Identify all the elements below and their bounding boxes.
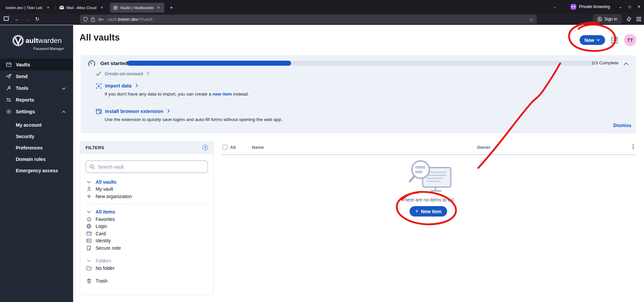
mail-icon <box>59 6 64 9</box>
sidebar-item-reports[interactable]: Reports <box>0 94 73 106</box>
tab-vaultwarden[interactable]: Vaults | Vaultwarden Web ✕ <box>110 3 164 13</box>
reports-icon <box>6 98 12 102</box>
step-label: Import data <box>105 83 131 88</box>
step-create-account[interactable]: Create an account <box>96 71 149 77</box>
new-item-link[interactable]: new item <box>213 92 232 97</box>
reload-icon[interactable]: ↻ <box>32 16 42 22</box>
sidebar-item-security[interactable]: Security <box>0 131 73 142</box>
items-table-header: All Name Owner ••• <box>221 144 636 152</box>
sidebar-item-send[interactable]: Send <box>0 70 73 82</box>
filters-panel: FILTERS ? All vaults My vault New organi… <box>80 141 214 295</box>
filter-login[interactable]: Login <box>86 223 213 230</box>
trash-icon <box>86 279 92 283</box>
filter-label: Secure note <box>96 245 121 251</box>
bookmark-star-icon[interactable]: ☆ <box>529 17 533 22</box>
key-icon[interactable] <box>98 18 104 21</box>
sidebar-subitem-label: Security <box>16 134 34 139</box>
private-mask-icon <box>571 4 576 10</box>
tab-close-icon[interactable]: ✕ <box>99 5 105 10</box>
dismiss-link[interactable]: Dismiss <box>613 123 631 128</box>
url-text: vault.bstein.dev/#/vault <box>107 17 153 22</box>
id-card-icon <box>86 239 92 243</box>
filter-all-items[interactable]: All items <box>86 208 213 216</box>
new-tab-button[interactable]: + <box>167 4 176 11</box>
table-options-icon[interactable]: ••• <box>632 144 634 150</box>
filter-card[interactable]: Card <box>86 230 213 237</box>
tab-separator <box>55 5 55 11</box>
sidebar-item-tools[interactable]: Tools <box>0 82 73 94</box>
column-owner[interactable]: Owner <box>477 145 490 150</box>
sidebar-item-vaults[interactable]: Vaults <box>0 59 73 70</box>
filter-trash[interactable]: Trash <box>86 278 213 285</box>
sidebar-item-domain-rules[interactable]: Domain rules <box>0 154 73 165</box>
lock-icon[interactable] <box>91 17 95 22</box>
new-item-label: New item <box>421 209 441 214</box>
tab-mail[interactable]: Mail - Atlas Cloud ✕ <box>56 3 108 13</box>
signin-button[interactable]: Sign in <box>593 14 622 23</box>
globe-icon <box>86 224 92 229</box>
filter-all-vaults[interactable]: All vaults <box>86 178 213 186</box>
filter-my-vault[interactable]: My vault <box>86 186 213 193</box>
avatar[interactable]: TT <box>624 34 636 46</box>
window-maximize-icon[interactable]: ◇ <box>628 4 631 9</box>
step-import-data[interactable]: Import data <box>96 83 138 89</box>
filter-label: Identity <box>96 238 111 243</box>
window-close-icon[interactable]: ✕ <box>637 4 641 9</box>
list-all-tabs-icon[interactable]: ⌄ <box>553 4 556 9</box>
extensions-icon[interactable] <box>626 16 632 22</box>
column-name[interactable]: Name <box>252 145 264 150</box>
sidebar-item-emergency-access[interactable]: Emergency access <box>0 165 73 176</box>
tab-separator <box>109 5 109 11</box>
empty-state-text: There are no items to list. <box>375 197 482 202</box>
window-minimize-icon[interactable]: ⌄ <box>619 4 622 9</box>
step-install-extension[interactable]: Install browser extension <box>96 108 170 114</box>
apps-grid-icon[interactable] <box>611 37 618 44</box>
chevron-down-icon[interactable] <box>86 259 92 262</box>
filter-folders-header[interactable]: Folders <box>86 257 213 265</box>
import-icon <box>96 83 102 89</box>
account-icon <box>597 17 602 21</box>
note-icon <box>86 246 92 250</box>
tab-title: Vaults | Vaultwarden Web <box>120 6 154 10</box>
tab-close-icon[interactable]: ✕ <box>156 5 161 10</box>
filter-label: Trash <box>96 278 107 284</box>
filter-no-folder[interactable]: No folder <box>86 264 213 272</box>
new-button[interactable]: New <box>580 35 605 45</box>
private-browsing-badge: Private browsing <box>571 4 610 10</box>
sidebar-item-settings[interactable]: Settings <box>0 106 73 117</box>
empty-state: There are no items to list. + New item <box>375 160 482 217</box>
filter-label: Card <box>96 231 106 236</box>
shield-icon[interactable] <box>83 17 88 22</box>
filter-identity[interactable]: Identity <box>86 237 213 245</box>
step-install-description: Use the extension to quickly save logins… <box>105 117 282 122</box>
sidebar-subitem-label: Emergency access <box>16 168 58 173</box>
browser-tab-bar: bstein.dev | Titan Lab ✕ Mail - Atlas Cl… <box>0 0 644 13</box>
filter-favorites[interactable]: Favorites <box>86 216 213 223</box>
firefox-view-icon[interactable] <box>4 16 9 21</box>
filter-new-organization[interactable]: New organization <box>86 193 213 200</box>
url-bar[interactable]: vault.bstein.dev/#/vault ☆ <box>80 15 537 24</box>
menu-icon[interactable] <box>636 16 641 22</box>
filter-secure-note[interactable]: Secure note <box>86 244 213 252</box>
get-started-banner: Get started 1/3 Complete Create an accou… <box>80 55 636 133</box>
progress-label: 1/3 Complete <box>592 60 619 65</box>
collapse-banner-icon[interactable] <box>624 61 629 67</box>
step-import-description: If you don't have any data to import, yo… <box>105 92 249 97</box>
tab-close-icon[interactable]: ✕ <box>46 5 51 10</box>
forward-icon[interactable]: → <box>22 16 32 22</box>
progress-bar <box>127 61 595 66</box>
search-input[interactable] <box>98 164 204 170</box>
help-icon[interactable]: ? <box>202 145 208 150</box>
sidebar-item-preferences[interactable]: Preferences <box>0 142 73 154</box>
new-item-button[interactable]: + New item <box>410 206 447 217</box>
sidebar-item-my-account[interactable]: My account <box>0 119 73 131</box>
filter-label: Folders <box>96 258 111 263</box>
sidebar-item-label: Send <box>16 74 28 79</box>
chevron-down-icon[interactable] <box>86 210 92 213</box>
tab-titan-lab[interactable]: bstein.dev | Titan Lab ✕ <box>3 3 54 13</box>
filter-label: All vaults <box>96 179 116 185</box>
page-title: All vaults <box>79 33 120 43</box>
select-all-checkbox[interactable] <box>222 145 227 150</box>
back-icon[interactable]: ← <box>12 16 22 22</box>
chevron-down-icon[interactable] <box>86 181 92 183</box>
